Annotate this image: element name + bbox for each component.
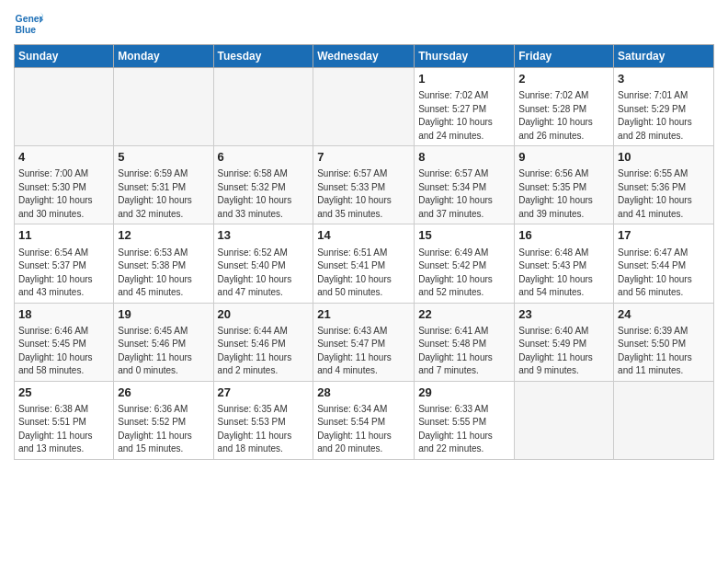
- day-number: 15: [418, 227, 510, 244]
- calendar-cell: 27Sunrise: 6:35 AMSunset: 5:53 PMDayligh…: [213, 381, 313, 459]
- calendar-cell: 18Sunrise: 6:46 AMSunset: 5:45 PMDayligh…: [15, 303, 114, 381]
- svg-text:General: General: [16, 14, 43, 24]
- day-number: 7: [317, 149, 410, 166]
- day-number: 22: [418, 306, 510, 323]
- calendar-cell: 11Sunrise: 6:54 AMSunset: 5:37 PMDayligh…: [15, 224, 114, 303]
- day-number: 2: [518, 71, 609, 87]
- day-info: Sunrise: 6:52 AMSunset: 5:40 PMDaylight:…: [218, 247, 310, 300]
- calendar-week-2: 4Sunrise: 7:00 AMSunset: 5:30 PMDaylight…: [15, 146, 714, 224]
- day-number: 29: [418, 385, 510, 401]
- calendar-cell: 1Sunrise: 7:02 AMSunset: 5:27 PMDaylight…: [415, 68, 515, 146]
- calendar-cell: 26Sunrise: 6:36 AMSunset: 5:52 PMDayligh…: [114, 381, 213, 459]
- calendar-cell: [313, 68, 415, 146]
- weekday-header-saturday: Saturday: [614, 45, 714, 68]
- day-info: Sunrise: 7:02 AMSunset: 5:28 PMDaylight:…: [518, 89, 609, 143]
- calendar-cell: 23Sunrise: 6:40 AMSunset: 5:49 PMDayligh…: [515, 303, 614, 381]
- day-number: 8: [418, 149, 510, 166]
- calendar-cell: 10Sunrise: 6:55 AMSunset: 5:36 PMDayligh…: [614, 146, 714, 224]
- day-number: 1: [418, 71, 510, 87]
- day-number: 28: [317, 385, 410, 401]
- weekday-header-sunday: Sunday: [15, 45, 114, 68]
- day-info: Sunrise: 7:02 AMSunset: 5:27 PMDaylight:…: [418, 89, 510, 143]
- day-info: Sunrise: 6:56 AMSunset: 5:35 PMDaylight:…: [518, 167, 609, 221]
- day-number: 21: [317, 306, 410, 323]
- day-number: 11: [18, 227, 109, 244]
- day-info: Sunrise: 6:53 AMSunset: 5:38 PMDaylight:…: [118, 247, 209, 300]
- day-info: Sunrise: 6:57 AMSunset: 5:33 PMDaylight:…: [317, 167, 410, 221]
- calendar-cell: 28Sunrise: 6:34 AMSunset: 5:54 PMDayligh…: [313, 381, 415, 459]
- day-info: Sunrise: 6:34 AMSunset: 5:54 PMDaylight:…: [317, 403, 410, 456]
- day-info: Sunrise: 6:54 AMSunset: 5:37 PMDaylight:…: [18, 247, 109, 300]
- day-number: 26: [118, 385, 209, 401]
- day-info: Sunrise: 6:55 AMSunset: 5:36 PMDaylight:…: [618, 167, 710, 221]
- calendar-cell: 14Sunrise: 6:51 AMSunset: 5:41 PMDayligh…: [313, 224, 415, 303]
- day-info: Sunrise: 6:36 AMSunset: 5:52 PMDaylight:…: [118, 403, 209, 456]
- calendar-cell: 6Sunrise: 6:58 AMSunset: 5:32 PMDaylight…: [213, 146, 313, 224]
- day-info: Sunrise: 6:40 AMSunset: 5:49 PMDaylight:…: [518, 325, 609, 378]
- day-info: Sunrise: 6:46 AMSunset: 5:45 PMDaylight:…: [18, 325, 109, 378]
- day-number: 24: [618, 306, 710, 323]
- day-number: 4: [18, 149, 109, 166]
- logo: General Blue: [14, 9, 47, 39]
- day-info: Sunrise: 6:35 AMSunset: 5:53 PMDaylight:…: [218, 403, 310, 456]
- calendar-cell: 5Sunrise: 6:59 AMSunset: 5:31 PMDaylight…: [114, 146, 213, 224]
- day-number: 25: [18, 385, 109, 401]
- calendar-cell: 2Sunrise: 7:02 AMSunset: 5:28 PMDaylight…: [515, 68, 614, 146]
- calendar-cell: 22Sunrise: 6:41 AMSunset: 5:48 PMDayligh…: [415, 303, 515, 381]
- day-info: Sunrise: 6:44 AMSunset: 5:46 PMDaylight:…: [218, 325, 310, 378]
- calendar-cell: [15, 68, 114, 146]
- calendar-cell: 3Sunrise: 7:01 AMSunset: 5:29 PMDaylight…: [614, 68, 714, 146]
- day-info: Sunrise: 6:45 AMSunset: 5:46 PMDaylight:…: [118, 325, 209, 378]
- calendar-cell: [515, 381, 614, 459]
- day-info: Sunrise: 6:48 AMSunset: 5:43 PMDaylight:…: [518, 247, 609, 300]
- day-number: 27: [218, 385, 310, 401]
- calendar-cell: 19Sunrise: 6:45 AMSunset: 5:46 PMDayligh…: [114, 303, 213, 381]
- day-number: 10: [618, 149, 710, 166]
- day-number: 13: [218, 227, 310, 244]
- calendar-cell: 4Sunrise: 7:00 AMSunset: 5:30 PMDaylight…: [15, 146, 114, 224]
- day-number: 17: [618, 227, 710, 244]
- logo-icon: General Blue: [14, 9, 43, 39]
- day-number: 9: [518, 149, 609, 166]
- day-info: Sunrise: 6:51 AMSunset: 5:41 PMDaylight:…: [317, 247, 410, 300]
- day-info: Sunrise: 7:01 AMSunset: 5:29 PMDaylight:…: [618, 89, 710, 143]
- calendar-week-5: 25Sunrise: 6:38 AMSunset: 5:51 PMDayligh…: [15, 381, 714, 459]
- calendar-week-1: 1Sunrise: 7:02 AMSunset: 5:27 PMDaylight…: [15, 68, 714, 146]
- day-info: Sunrise: 6:47 AMSunset: 5:44 PMDaylight:…: [618, 247, 710, 300]
- day-info: Sunrise: 6:38 AMSunset: 5:51 PMDaylight:…: [18, 403, 109, 456]
- day-info: Sunrise: 7:00 AMSunset: 5:30 PMDaylight:…: [18, 167, 109, 221]
- day-number: 12: [118, 227, 209, 244]
- day-info: Sunrise: 6:49 AMSunset: 5:42 PMDaylight:…: [418, 247, 510, 300]
- calendar-cell: 7Sunrise: 6:57 AMSunset: 5:33 PMDaylight…: [313, 146, 415, 224]
- calendar-cell: 16Sunrise: 6:48 AMSunset: 5:43 PMDayligh…: [515, 224, 614, 303]
- calendar-cell: 25Sunrise: 6:38 AMSunset: 5:51 PMDayligh…: [15, 381, 114, 459]
- header-row: SundayMondayTuesdayWednesdayThursdayFrid…: [15, 45, 714, 68]
- calendar-cell: 8Sunrise: 6:57 AMSunset: 5:34 PMDaylight…: [415, 146, 515, 224]
- calendar-cell: 17Sunrise: 6:47 AMSunset: 5:44 PMDayligh…: [614, 224, 714, 303]
- day-info: Sunrise: 6:39 AMSunset: 5:50 PMDaylight:…: [618, 325, 710, 378]
- weekday-header-wednesday: Wednesday: [313, 45, 415, 68]
- calendar-week-4: 18Sunrise: 6:46 AMSunset: 5:45 PMDayligh…: [15, 303, 714, 381]
- calendar-cell: 12Sunrise: 6:53 AMSunset: 5:38 PMDayligh…: [114, 224, 213, 303]
- day-info: Sunrise: 6:33 AMSunset: 5:55 PMDaylight:…: [418, 403, 510, 456]
- calendar-cell: 21Sunrise: 6:43 AMSunset: 5:47 PMDayligh…: [313, 303, 415, 381]
- day-number: 5: [118, 149, 209, 166]
- calendar-cell: [213, 68, 313, 146]
- day-info: Sunrise: 6:57 AMSunset: 5:34 PMDaylight:…: [418, 167, 510, 221]
- calendar-cell: [614, 381, 714, 459]
- weekday-header-friday: Friday: [515, 45, 614, 68]
- calendar-cell: 29Sunrise: 6:33 AMSunset: 5:55 PMDayligh…: [415, 381, 515, 459]
- day-number: 19: [118, 306, 209, 323]
- calendar-cell: 9Sunrise: 6:56 AMSunset: 5:35 PMDaylight…: [515, 146, 614, 224]
- calendar-cell: 20Sunrise: 6:44 AMSunset: 5:46 PMDayligh…: [213, 303, 313, 381]
- day-number: 6: [218, 149, 310, 166]
- day-number: 18: [18, 306, 109, 323]
- weekday-header-monday: Monday: [114, 45, 213, 68]
- calendar-cell: [114, 68, 213, 146]
- day-number: 3: [618, 71, 710, 87]
- calendar-cell: 24Sunrise: 6:39 AMSunset: 5:50 PMDayligh…: [614, 303, 714, 381]
- calendar-cell: 15Sunrise: 6:49 AMSunset: 5:42 PMDayligh…: [415, 224, 515, 303]
- calendar-table: SundayMondayTuesdayWednesdayThursdayFrid…: [14, 44, 714, 460]
- day-info: Sunrise: 6:59 AMSunset: 5:31 PMDaylight:…: [118, 167, 209, 221]
- day-number: 23: [518, 306, 609, 323]
